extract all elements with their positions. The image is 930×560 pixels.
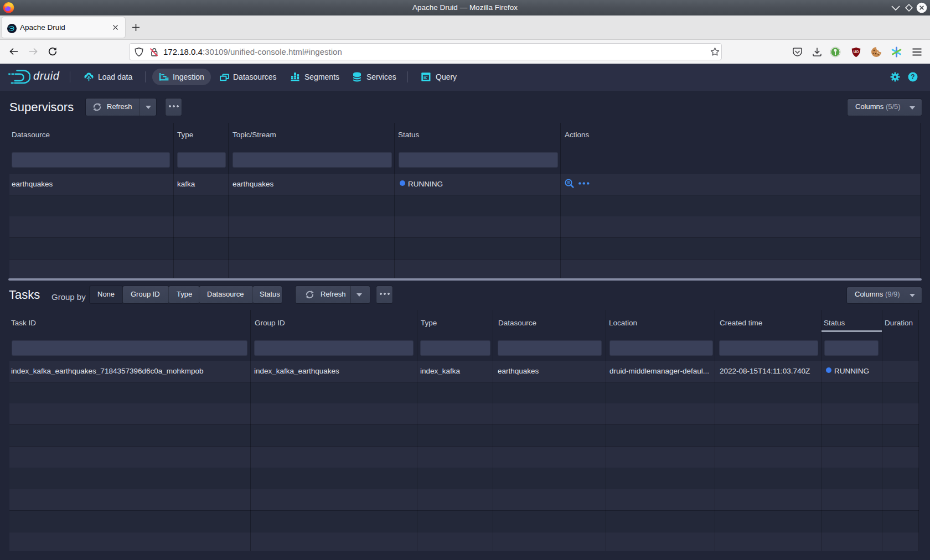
svg-text:UO: UO xyxy=(854,50,859,54)
svg-text:?: ? xyxy=(911,73,914,81)
